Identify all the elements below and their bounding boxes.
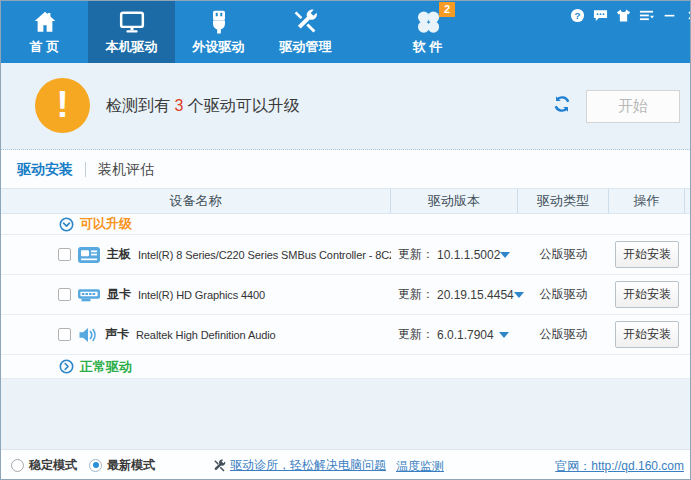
version-prefix: 更新： [398,326,434,343]
nav-tab-peripheral-drivers[interactable]: 外设驱动 [175,1,262,63]
radio-latest-label: 最新模式 [107,457,155,474]
nav-tab-label: 驱动管理 [280,38,332,56]
message-suffix: 个驱动可以升级 [183,97,299,114]
mode-stable-option[interactable]: 稳定模式 [11,450,77,480]
driver-type-cell: 公版驱动 [518,286,609,303]
sub-tabs: 驱动安装 装机评估 [1,151,690,188]
nav-tab-local-drivers[interactable]: 本机驱动 [88,1,175,63]
driver-type-cell: 公版驱动 [518,246,609,263]
device-name: Intel(R) HD Graphics 4400 [138,289,265,301]
version-cell: 更新： 10.1.1.5002 [391,246,518,263]
section-upgradable[interactable]: 可以升级 [1,214,690,235]
app-window: 首 页 本机驱动 外设驱动 驱动管理 软 件 2 [0,0,691,480]
monitor-icon [118,8,146,35]
alert-exclamation-icon: ! [35,78,90,133]
nav-tab-label: 本机驱动 [106,38,158,56]
install-button[interactable]: 开始安装 [615,321,679,348]
action-cell: 开始安装 [609,241,685,268]
header-driver-type: 驱动类型 [518,189,609,213]
minimize-icon[interactable] [662,8,677,23]
radio-stable-icon[interactable] [11,459,24,472]
device-cell: 主板 Intel(R) 8 Series/C220 Series SMBus C… [1,246,391,263]
version-cell: 更新： 6.0.1.7904 [391,326,518,343]
row-checkbox[interactable] [58,328,71,341]
version-value: 20.19.15.4454 [437,288,514,302]
gpu-icon [78,287,100,303]
version-prefix: 更新： [398,286,434,303]
tab-driver-install[interactable]: 驱动安装 [17,161,73,179]
row-checkbox[interactable] [58,288,71,301]
device-cell: 显卡 Intel(R) HD Graphics 4400 [1,286,391,303]
rescan-icon[interactable] [553,95,571,113]
main-content: 驱动安装 装机评估 设备名称 驱动版本 驱动类型 操作 可以升级 主板 Inte… [1,151,690,479]
header-driver-version: 驱动版本 [391,189,518,213]
version-value: 10.1.1.5002 [437,248,500,262]
usb-icon [208,8,230,35]
driver-clinic-link[interactable]: 驱动诊所，轻松解决电脑问题 [230,457,386,474]
device-name: Intel(R) 8 Series/C220 Series SMBus Cont… [138,249,391,261]
table-row: 显卡 Intel(R) HD Graphics 4400 更新： 20.19.1… [1,275,690,315]
mode-latest-option[interactable]: 最新模式 [89,450,155,480]
chevron-right-circle-icon [59,359,74,374]
header-device-name: 设备名称 [1,189,391,213]
nav-tab-label: 软 件 [413,38,443,56]
message-prefix: 检测到有 [106,97,174,114]
driver-clinic: 驱动诊所，轻松解决电脑问题 [213,450,386,480]
device-category: 显卡 [107,286,131,303]
nav-tab-home[interactable]: 首 页 [1,1,88,63]
action-cell: 开始安装 [609,281,685,308]
help-icon[interactable]: ? [570,8,585,23]
chevron-down-circle-icon [59,217,74,232]
nav-tab-label: 首 页 [30,38,60,56]
device-name: Realtek High Definition Audio [136,329,276,341]
nav-tab-label: 外设驱动 [193,38,245,56]
radio-stable-label: 稳定模式 [29,457,77,474]
motherboard-icon [78,247,100,263]
scan-result-message: 检测到有 3 个驱动可以升级 [106,96,300,117]
version-cell: 更新： 20.19.15.4454 [391,286,518,303]
wrench-icon [213,459,226,472]
action-cell: 开始安装 [609,321,685,348]
tools-icon [293,8,319,35]
version-prefix: 更新： [398,246,434,263]
table-row: 主板 Intel(R) 8 Series/C220 Series SMBus C… [1,235,690,275]
version-dropdown-icon[interactable] [499,332,509,338]
install-button[interactable]: 开始安装 [615,241,679,268]
top-nav: 首 页 本机驱动 外设驱动 驱动管理 软 件 2 [1,1,690,63]
install-button[interactable]: 开始安装 [615,281,679,308]
version-dropdown-icon[interactable] [500,252,510,258]
table-row: 声卡 Realtek High Definition Audio 更新： 6.0… [1,315,690,355]
menu-icon[interactable] [639,8,654,23]
window-controls: ? [570,8,690,23]
content-background [1,379,690,451]
subtab-divider [85,162,86,177]
feedback-icon[interactable] [593,8,608,23]
section-normal-drivers[interactable]: 正常驱动 [1,355,690,379]
start-button[interactable]: 开始 [586,90,680,123]
footer-bar: 稳定模式 最新模式 驱动诊所，轻松解决电脑问题 温度监测 官网：http://q… [1,449,690,479]
section-upgradable-label: 可以升级 [80,215,132,233]
temperature-monitor-link[interactable]: 温度监测 [396,458,444,475]
skin-icon[interactable] [616,8,631,23]
row-checkbox[interactable] [58,248,71,261]
driver-type-cell: 公版驱动 [518,326,609,343]
device-cell: 声卡 Realtek High Definition Audio [1,326,391,343]
close-icon[interactable] [685,8,691,23]
section-normal-label: 正常驱动 [80,358,132,376]
home-icon [32,8,58,35]
table-header: 设备名称 驱动版本 驱动类型 操作 [1,188,690,214]
speaker-icon [78,327,98,343]
header-operation: 操作 [609,189,685,213]
apps-icon [414,8,442,35]
radio-latest-icon[interactable] [89,459,102,472]
status-banner: ! 检测到有 3 个驱动可以升级 开始 [1,63,690,150]
tab-machine-evaluation[interactable]: 装机评估 [98,161,154,179]
official-website-link[interactable]: 官网：http://qd.160.com [555,458,684,475]
device-category: 声卡 [105,326,129,343]
device-category: 主板 [107,246,131,263]
nav-tab-software[interactable]: 软 件 2 [384,1,471,63]
svg-text:?: ? [574,10,580,21]
nav-tab-driver-manage[interactable]: 驱动管理 [262,1,349,63]
software-count-badge: 2 [439,2,455,17]
version-value: 6.0.1.7904 [437,328,494,342]
